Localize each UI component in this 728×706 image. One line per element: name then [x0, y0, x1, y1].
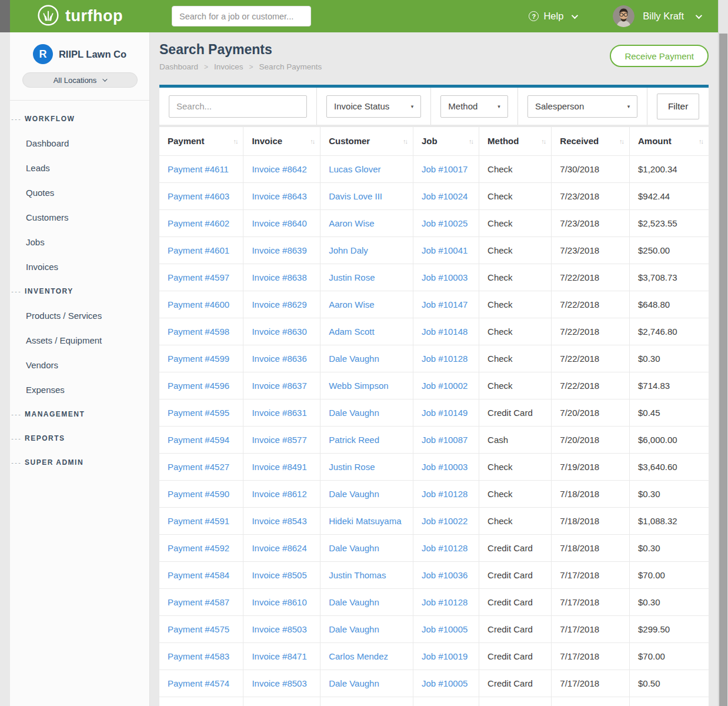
column-header-method[interactable]: Method↑↓ [479, 127, 552, 155]
sort-icon[interactable]: ↑↓ [699, 138, 703, 145]
vertical-scrollbar[interactable] [718, 0, 728, 706]
customer-link[interactable]: Justin Rose [329, 462, 375, 472]
job-link[interactable]: Job #10003 [422, 272, 467, 282]
job-link[interactable]: Job #10017 [422, 164, 467, 174]
job-link[interactable]: Job #10022 [422, 516, 467, 526]
breadcrumb-item-search-payments[interactable]: Search Payments [259, 62, 322, 71]
customer-link[interactable]: Aaron Wise [329, 218, 375, 228]
sort-icon[interactable]: ↑↓ [619, 138, 623, 145]
sort-icon[interactable]: ↑↓ [310, 138, 314, 145]
invoice-link[interactable]: Invoice #8637 [252, 381, 306, 391]
job-link[interactable]: Job #10128 [422, 354, 467, 364]
invoice-link[interactable]: Invoice #8630 [252, 327, 306, 337]
column-header-amount[interactable]: Amount↑↓ [629, 127, 709, 155]
payment-link[interactable]: Payment #4587 [168, 597, 229, 607]
job-link[interactable]: Job #10024 [422, 191, 467, 201]
customer-link[interactable]: Dale Vaughn [329, 597, 379, 607]
sort-icon[interactable]: ↑↓ [469, 138, 473, 145]
column-header-payment[interactable]: Payment↑↓ [159, 127, 243, 155]
sidebar-item-vendors[interactable]: Vendors [10, 352, 149, 377]
location-selector[interactable]: All Locations [22, 72, 138, 88]
job-link[interactable]: Job #10019 [422, 651, 467, 661]
customer-link[interactable]: Dale Vaughn [329, 408, 379, 418]
job-link[interactable]: Job #10128 [422, 543, 467, 553]
sidebar-item-customers[interactable]: Customers [10, 205, 149, 229]
customer-link[interactable]: Lucas Glover [329, 164, 380, 174]
invoice-link[interactable]: Invoice #8636 [252, 354, 306, 364]
customer-link[interactable]: Hideki Matsuyama [329, 516, 401, 526]
customer-link[interactable]: Justin Thomas [329, 570, 386, 580]
sidebar-section-super-admin[interactable]: ---SUPER ADMIN [10, 450, 149, 474]
job-link[interactable]: Job #10087 [422, 435, 467, 445]
global-search-input[interactable] [172, 6, 311, 26]
payment-link[interactable]: Payment #4603 [168, 191, 229, 201]
customer-link[interactable]: Webb Simpson [329, 381, 388, 391]
sidebar-item-jobs[interactable]: Jobs [10, 229, 149, 254]
sidebar-item-dashboard[interactable]: Dashboard [10, 131, 149, 155]
payment-link[interactable]: Payment #4611 [168, 164, 229, 174]
customer-link[interactable]: Dale Vaughn [329, 354, 379, 364]
payment-link[interactable]: Payment #4596 [168, 381, 229, 391]
customer-link[interactable]: Dale Vaughn [329, 489, 379, 499]
payment-link[interactable]: Payment #4590 [168, 489, 229, 499]
customer-link[interactable]: Dale Vaughn [329, 543, 379, 553]
invoice-link[interactable]: Invoice #8503 [252, 624, 306, 634]
scrollbar-thumb[interactable] [719, 34, 727, 706]
invoice-link[interactable]: Invoice #8491 [252, 462, 306, 472]
sort-icon[interactable]: ↑↓ [403, 138, 407, 145]
payment-link[interactable]: Payment #4595 [168, 408, 229, 418]
payment-link[interactable]: Payment #4527 [168, 462, 229, 472]
customer-link[interactable]: Davis Love III [329, 191, 382, 201]
invoice-link[interactable]: Invoice #8643 [252, 191, 306, 201]
payments-search-input[interactable] [169, 95, 307, 118]
column-header-customer[interactable]: Customer↑↓ [320, 127, 413, 155]
payment-link[interactable]: Payment #4584 [168, 570, 229, 580]
receive-payment-button[interactable]: Receive Payment [610, 45, 709, 67]
job-link[interactable]: Job #10036 [422, 570, 467, 580]
column-header-received[interactable]: Received↑↓ [552, 127, 630, 155]
customer-link[interactable]: Adam Scott [329, 327, 375, 337]
customer-link[interactable]: Aaron Wise [329, 299, 375, 309]
job-link[interactable]: Job #10147 [422, 299, 467, 309]
payment-link[interactable]: Payment #4583 [168, 651, 229, 661]
customer-link[interactable]: Dale Vaughn [329, 678, 379, 688]
customer-link[interactable]: Patrick Reed [329, 435, 379, 445]
invoice-link[interactable]: Invoice #8624 [252, 543, 306, 553]
breadcrumb-item-dashboard[interactable]: Dashboard [159, 62, 198, 71]
payment-link[interactable]: Payment #4574 [168, 678, 229, 688]
sort-icon[interactable]: ↑↓ [233, 138, 237, 145]
job-link[interactable]: Job #10148 [422, 327, 467, 337]
invoice-link[interactable]: Invoice #8577 [252, 435, 306, 445]
invoice-link[interactable]: Invoice #8505 [252, 570, 306, 580]
filter-button[interactable]: Filter [657, 94, 699, 119]
customer-link[interactable]: Dale Vaughn [329, 624, 379, 634]
salesperson-select[interactable]: Salesperson ▾ [527, 95, 637, 118]
column-header-job[interactable]: Job↑↓ [413, 127, 479, 155]
payment-link[interactable]: Payment #4598 [168, 327, 229, 337]
payment-link[interactable]: Payment #4601 [168, 245, 229, 255]
sidebar-item-assets-equipment[interactable]: Assets / Equipment [10, 328, 149, 352]
customer-link[interactable]: John Daly [329, 245, 368, 255]
help-menu[interactable]: ? Help [529, 11, 576, 22]
job-link[interactable]: Job #10128 [422, 489, 467, 499]
job-link[interactable]: Job #10149 [422, 408, 467, 418]
job-link[interactable]: Job #10025 [422, 218, 467, 228]
job-link[interactable]: Job #10041 [422, 245, 467, 255]
invoice-link[interactable]: Invoice #8612 [252, 489, 306, 499]
sidebar-item-quotes[interactable]: Quotes [10, 180, 149, 205]
method-select[interactable]: Method ▾ [440, 95, 508, 118]
app-logo[interactable]: turfhop [37, 4, 123, 29]
invoice-link[interactable]: Invoice #8642 [252, 164, 306, 174]
sidebar-item-expenses[interactable]: Expenses [10, 377, 149, 402]
job-link[interactable]: Job #10005 [422, 678, 467, 688]
payment-link[interactable]: Payment #4599 [168, 354, 229, 364]
invoice-link[interactable]: Invoice #8610 [252, 597, 306, 607]
sidebar-item-invoices[interactable]: Invoices [10, 254, 149, 279]
invoice-link[interactable]: Invoice #8638 [252, 272, 306, 282]
job-link[interactable]: Job #10005 [422, 624, 467, 634]
invoice-link[interactable]: Invoice #8629 [252, 299, 306, 309]
customer-link[interactable]: Justin Rose [329, 272, 375, 282]
payment-link[interactable]: Payment #4575 [168, 624, 229, 634]
job-link[interactable]: Job #10003 [422, 462, 467, 472]
user-menu[interactable]: Billy Kraft [613, 5, 700, 27]
